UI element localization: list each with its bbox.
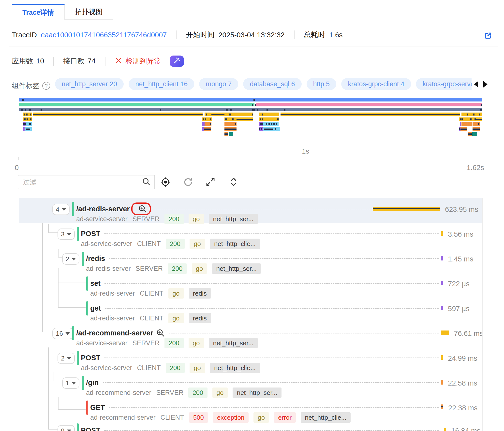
flame-span-segment[interactable]: [23, 127, 25, 131]
component-tag-pill[interactable]: net_http_client 16: [129, 78, 194, 90]
flame-span-segment[interactable]: [224, 122, 229, 126]
span-count-badge[interactable]: 2: [58, 353, 75, 364]
flame-span-segment[interactable]: [461, 122, 467, 126]
span-count-badge[interactable]: 2: [62, 253, 79, 265]
ai-analyze-button[interactable]: [170, 56, 184, 67]
duration-bar[interactable]: [441, 330, 449, 335]
flame-tick: [30, 118, 31, 120]
duration-bar[interactable]: [373, 207, 440, 211]
flame-span-segment[interactable]: [472, 132, 477, 136]
span-row[interactable]: 3POSTad-service-serverCLIENT200gonet_htt…: [19, 223, 482, 248]
span-row[interactable]: setad-redis-serverCLIENTgoredis722 µs: [19, 273, 482, 297]
span-count-badge[interactable]: 4: [52, 204, 70, 215]
duration-bar[interactable]: [441, 404, 443, 409]
span-row[interactable]: 9POST16.84 ms: [19, 419, 482, 431]
component-tag-pill[interactable]: database_sql 6: [243, 78, 301, 90]
span-title[interactable]: /redis: [86, 255, 105, 263]
duration-bar[interactable]: [441, 281, 443, 285]
component-tag-pill[interactable]: kratos-grpc-server 4: [416, 78, 472, 90]
span-count-badge[interactable]: 16: [52, 328, 73, 339]
refresh-icon[interactable]: [182, 176, 194, 189]
flame-span-segment[interactable]: [281, 113, 460, 116]
span-title[interactable]: /ad-redis-server: [76, 205, 130, 213]
stats-row: 应用数10 接口数74 检测到异常: [12, 56, 184, 67]
span-service-name: ad-service-server: [76, 215, 128, 223]
next-arrow-icon[interactable]: [483, 81, 488, 87]
flame-tick: [257, 109, 258, 111]
duration-bar[interactable]: [441, 380, 443, 385]
duration-bar[interactable]: [441, 306, 443, 310]
duration-bar[interactable]: [441, 231, 443, 236]
zoom-in-icon[interactable]: [138, 204, 147, 213]
span-count-badge[interactable]: 1: [62, 377, 79, 389]
flame-span-segment[interactable]: [204, 127, 211, 131]
span-row[interactable]: GETad-recommend-serverCLIENT500exception…: [19, 397, 482, 421]
flame-span-segment[interactable]: [256, 103, 482, 106]
flame-span-segment[interactable]: [460, 122, 461, 126]
span-row[interactable]: 2/redisad-redis-serverSERVER200gonet_htt…: [19, 248, 482, 273]
zoom-in-icon[interactable]: [156, 329, 165, 337]
span-status-bar: [77, 423, 79, 431]
span-title[interactable]: /gin: [86, 379, 99, 387]
flame-span-segment[interactable]: [19, 103, 254, 106]
flame-span-segment[interactable]: [19, 108, 482, 111]
span-title[interactable]: set: [90, 279, 101, 287]
flame-row: [19, 108, 482, 111]
span-row[interactable]: 4/ad-redis-serverad-service-serverSERVER…: [19, 198, 482, 223]
help-circle-icon[interactable]: ?: [42, 82, 50, 90]
flame-tick: [206, 114, 207, 115]
flame-span-segment[interactable]: [468, 122, 472, 126]
duration-bar[interactable]: [441, 256, 443, 260]
flame-stripe: [224, 129, 237, 130]
span-row[interactable]: 2POSTad-service-serverCLIENT200gonet_htt…: [19, 347, 482, 372]
flame-span-segment[interactable]: [33, 113, 203, 116]
duration-bar[interactable]: [444, 428, 446, 431]
component-tag-pill[interactable]: net_http_server 20: [55, 78, 124, 90]
component-tag-pill[interactable]: http 5: [307, 78, 337, 90]
duration-bar[interactable]: [441, 355, 443, 360]
span-title[interactable]: /ad-recommend-server: [76, 329, 153, 337]
span-title[interactable]: get: [90, 304, 101, 312]
expand-icon[interactable]: [205, 176, 216, 188]
span-row[interactable]: 1/ginad-recommend-serverSERVER200gonet_h…: [19, 372, 482, 397]
span-tag-badge: net_http_clie...: [210, 363, 260, 373]
duration-bar-stripe: [441, 406, 443, 407]
traceid-link[interactable]: eaac10001017410663521176746d0007: [41, 31, 167, 39]
filter-input[interactable]: [18, 175, 138, 189]
external-link-icon[interactable]: [484, 31, 492, 41]
tab-topology-view[interactable]: 拓扑视图: [65, 4, 113, 20]
component-tag-pill[interactable]: kratos-grpc-client 4: [341, 78, 411, 90]
component-tag-pill[interactable]: mongo 7: [199, 78, 238, 90]
span-row[interactable]: getad-redis-serverCLIENTgoredis597 µs: [19, 297, 482, 322]
span-title[interactable]: POST: [81, 230, 100, 238]
flame-span-segment[interactable]: [468, 132, 472, 136]
leader-dashes: [105, 308, 439, 309]
flame-span-segment[interactable]: [202, 127, 204, 131]
flame-tick: [460, 118, 461, 120]
flame-span-segment[interactable]: [473, 127, 479, 131]
span-count-badge[interactable]: 3: [58, 229, 75, 240]
locate-target-icon[interactable]: [160, 176, 171, 189]
search-button[interactable]: [138, 175, 154, 189]
tab-trace-detail[interactable]: Trace详情: [12, 4, 65, 20]
flame-span-segment[interactable]: [229, 132, 233, 136]
trace-minimap[interactable]: [19, 98, 482, 137]
flame-span-segment[interactable]: [224, 127, 237, 131]
span-count-badge[interactable]: 9: [58, 425, 75, 431]
flame-span-segment[interactable]: [460, 127, 467, 131]
collapse-expand-icon[interactable]: [228, 176, 239, 188]
prev-arrow-icon[interactable]: [474, 81, 478, 87]
span-title-line: /ad-recommend-server: [76, 327, 443, 339]
flame-span-segment[interactable]: [19, 98, 482, 101]
span-tag-badge: 200: [164, 338, 183, 348]
flame-span-segment[interactable]: [224, 132, 228, 136]
span-title[interactable]: GET: [90, 403, 105, 412]
span-subline: ad-service-serverSERVER200gonet_http_ser…: [76, 338, 258, 348]
span-title[interactable]: POST: [81, 426, 100, 431]
span-row[interactable]: 16/ad-recommend-serverad-service-serverS…: [19, 322, 482, 347]
flame-span-segment[interactable]: [26, 122, 32, 126]
span-title[interactable]: POST: [81, 354, 100, 362]
span-subline: ad-service-serverCLIENT200gonet_http_cli…: [81, 239, 260, 249]
flame-span-segment[interactable]: [202, 122, 204, 126]
span-status-bar: [72, 202, 74, 216]
